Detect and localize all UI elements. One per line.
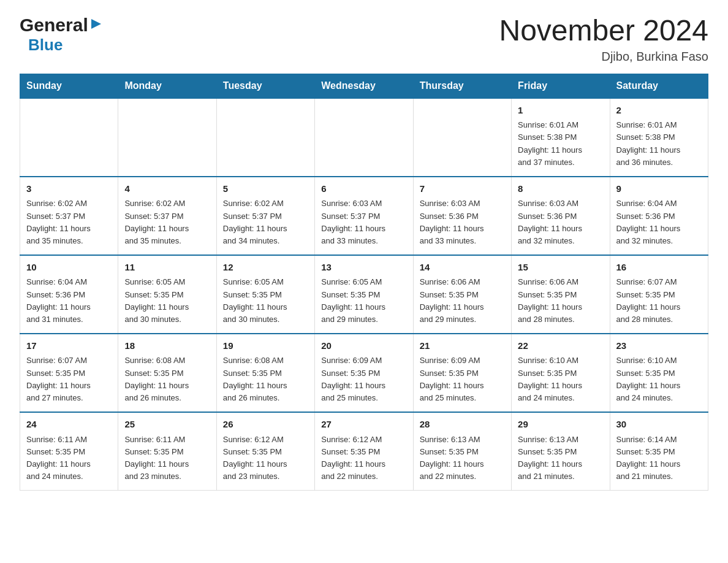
day-number: 18 xyxy=(124,339,210,353)
weekday-header-wednesday: Wednesday xyxy=(315,74,413,98)
weekday-header-friday: Friday xyxy=(512,74,610,98)
day-info: Sunrise: 6:14 AM Sunset: 5:35 PM Dayligh… xyxy=(616,434,702,483)
day-number: 11 xyxy=(124,261,210,275)
day-number: 27 xyxy=(321,418,406,432)
day-info: Sunrise: 6:07 AM Sunset: 5:35 PM Dayligh… xyxy=(26,354,112,404)
day-info: Sunrise: 6:12 AM Sunset: 5:35 PM Dayligh… xyxy=(321,434,406,483)
calendar-cell: 30Sunrise: 6:14 AM Sunset: 5:35 PM Dayli… xyxy=(610,412,708,491)
day-number: 9 xyxy=(616,182,702,196)
calendar-cell: 7Sunrise: 6:03 AM Sunset: 5:36 PM Daylig… xyxy=(413,177,511,255)
calendar-cell: 11Sunrise: 6:05 AM Sunset: 5:35 PM Dayli… xyxy=(118,255,216,334)
calendar-cell xyxy=(118,98,216,177)
calendar-cell: 13Sunrise: 6:05 AM Sunset: 5:35 PM Dayli… xyxy=(315,255,413,334)
day-info: Sunrise: 6:06 AM Sunset: 5:35 PM Dayligh… xyxy=(518,276,603,326)
day-info: Sunrise: 6:04 AM Sunset: 5:36 PM Dayligh… xyxy=(26,276,112,326)
calendar-cell: 18Sunrise: 6:08 AM Sunset: 5:35 PM Dayli… xyxy=(118,334,216,412)
title-area: November 2024 Djibo, Burkina Faso xyxy=(499,15,708,64)
day-number: 30 xyxy=(616,418,702,432)
calendar-cell: 28Sunrise: 6:13 AM Sunset: 5:35 PM Dayli… xyxy=(413,412,511,491)
day-info: Sunrise: 6:13 AM Sunset: 5:35 PM Dayligh… xyxy=(420,434,505,483)
calendar-week-row: 3Sunrise: 6:02 AM Sunset: 5:37 PM Daylig… xyxy=(20,177,708,255)
day-number: 21 xyxy=(420,339,505,353)
day-info: Sunrise: 6:09 AM Sunset: 5:35 PM Dayligh… xyxy=(420,354,505,404)
calendar-cell: 20Sunrise: 6:09 AM Sunset: 5:35 PM Dayli… xyxy=(315,334,413,412)
day-info: Sunrise: 6:03 AM Sunset: 5:36 PM Dayligh… xyxy=(420,197,505,247)
day-info: Sunrise: 6:05 AM Sunset: 5:35 PM Dayligh… xyxy=(223,276,308,326)
calendar-week-row: 10Sunrise: 6:04 AM Sunset: 5:36 PM Dayli… xyxy=(20,255,708,334)
day-info: Sunrise: 6:11 AM Sunset: 5:35 PM Dayligh… xyxy=(26,434,112,483)
calendar-cell: 23Sunrise: 6:10 AM Sunset: 5:35 PM Dayli… xyxy=(610,334,708,412)
logo-triangle-icon xyxy=(90,18,102,33)
day-info: Sunrise: 6:10 AM Sunset: 5:35 PM Dayligh… xyxy=(518,354,603,404)
day-info: Sunrise: 6:02 AM Sunset: 5:37 PM Dayligh… xyxy=(223,197,308,247)
weekday-header-saturday: Saturday xyxy=(610,74,708,98)
calendar-cell: 16Sunrise: 6:07 AM Sunset: 5:35 PM Dayli… xyxy=(610,255,708,334)
weekday-header-tuesday: Tuesday xyxy=(216,74,314,98)
calendar-cell: 19Sunrise: 6:08 AM Sunset: 5:35 PM Dayli… xyxy=(216,334,314,412)
day-number: 10 xyxy=(26,261,112,275)
day-number: 24 xyxy=(26,418,112,432)
weekday-header-row: SundayMondayTuesdayWednesdayThursdayFrid… xyxy=(20,74,708,98)
calendar-cell: 17Sunrise: 6:07 AM Sunset: 5:35 PM Dayli… xyxy=(20,334,118,412)
calendar-week-row: 24Sunrise: 6:11 AM Sunset: 5:35 PM Dayli… xyxy=(20,412,708,491)
calendar-cell: 22Sunrise: 6:10 AM Sunset: 5:35 PM Dayli… xyxy=(512,334,610,412)
weekday-header-thursday: Thursday xyxy=(413,74,511,98)
calendar-cell xyxy=(315,98,413,177)
calendar-cell: 15Sunrise: 6:06 AM Sunset: 5:35 PM Dayli… xyxy=(512,255,610,334)
day-number: 20 xyxy=(321,339,406,353)
calendar-cell: 25Sunrise: 6:11 AM Sunset: 5:35 PM Dayli… xyxy=(118,412,216,491)
calendar-cell: 26Sunrise: 6:12 AM Sunset: 5:35 PM Dayli… xyxy=(216,412,314,491)
day-info: Sunrise: 6:12 AM Sunset: 5:35 PM Dayligh… xyxy=(223,434,308,483)
day-info: Sunrise: 6:08 AM Sunset: 5:35 PM Dayligh… xyxy=(124,354,210,404)
header: General Blue November 2024 Djibo, Burkin… xyxy=(20,15,708,64)
day-number: 14 xyxy=(420,261,505,275)
day-info: Sunrise: 6:08 AM Sunset: 5:35 PM Dayligh… xyxy=(223,354,308,404)
day-info: Sunrise: 6:05 AM Sunset: 5:35 PM Dayligh… xyxy=(124,276,210,326)
svg-marker-0 xyxy=(91,19,101,29)
calendar-cell: 10Sunrise: 6:04 AM Sunset: 5:36 PM Dayli… xyxy=(20,255,118,334)
calendar-cell: 12Sunrise: 6:05 AM Sunset: 5:35 PM Dayli… xyxy=(216,255,314,334)
calendar-cell: 24Sunrise: 6:11 AM Sunset: 5:35 PM Dayli… xyxy=(20,412,118,491)
day-info: Sunrise: 6:02 AM Sunset: 5:37 PM Dayligh… xyxy=(26,197,112,247)
logo: General Blue xyxy=(20,15,102,55)
calendar-cell: 14Sunrise: 6:06 AM Sunset: 5:35 PM Dayli… xyxy=(413,255,511,334)
day-info: Sunrise: 6:10 AM Sunset: 5:35 PM Dayligh… xyxy=(616,354,702,404)
day-number: 16 xyxy=(616,261,702,275)
logo-blue-text: Blue xyxy=(28,36,63,55)
location-title: Djibo, Burkina Faso xyxy=(499,50,708,64)
day-number: 7 xyxy=(420,182,505,196)
day-info: Sunrise: 6:05 AM Sunset: 5:35 PM Dayligh… xyxy=(321,276,406,326)
calendar-cell: 27Sunrise: 6:12 AM Sunset: 5:35 PM Dayli… xyxy=(315,412,413,491)
calendar-cell: 21Sunrise: 6:09 AM Sunset: 5:35 PM Dayli… xyxy=(413,334,511,412)
day-info: Sunrise: 6:06 AM Sunset: 5:35 PM Dayligh… xyxy=(420,276,505,326)
day-number: 17 xyxy=(26,339,112,353)
calendar-cell: 3Sunrise: 6:02 AM Sunset: 5:37 PM Daylig… xyxy=(20,177,118,255)
calendar-week-row: 1Sunrise: 6:01 AM Sunset: 5:38 PM Daylig… xyxy=(20,98,708,177)
day-number: 19 xyxy=(223,339,308,353)
day-number: 4 xyxy=(124,182,210,196)
day-info: Sunrise: 6:01 AM Sunset: 5:38 PM Dayligh… xyxy=(616,119,702,169)
day-info: Sunrise: 6:07 AM Sunset: 5:35 PM Dayligh… xyxy=(616,276,702,326)
day-number: 13 xyxy=(321,261,406,275)
day-info: Sunrise: 6:09 AM Sunset: 5:35 PM Dayligh… xyxy=(321,354,406,404)
calendar-cell: 4Sunrise: 6:02 AM Sunset: 5:37 PM Daylig… xyxy=(118,177,216,255)
day-number: 28 xyxy=(420,418,505,432)
weekday-header-sunday: Sunday xyxy=(20,74,118,98)
day-info: Sunrise: 6:03 AM Sunset: 5:37 PM Dayligh… xyxy=(321,197,406,247)
calendar-cell xyxy=(216,98,314,177)
day-info: Sunrise: 6:02 AM Sunset: 5:37 PM Dayligh… xyxy=(124,197,210,247)
logo-general-text: General xyxy=(20,15,88,36)
day-number: 23 xyxy=(616,339,702,353)
calendar-cell: 5Sunrise: 6:02 AM Sunset: 5:37 PM Daylig… xyxy=(216,177,314,255)
day-number: 5 xyxy=(223,182,308,196)
calendar-cell: 29Sunrise: 6:13 AM Sunset: 5:35 PM Dayli… xyxy=(512,412,610,491)
day-number: 6 xyxy=(321,182,406,196)
calendar-cell: 2Sunrise: 6:01 AM Sunset: 5:38 PM Daylig… xyxy=(610,98,708,177)
day-info: Sunrise: 6:01 AM Sunset: 5:38 PM Dayligh… xyxy=(518,119,603,169)
calendar-cell: 6Sunrise: 6:03 AM Sunset: 5:37 PM Daylig… xyxy=(315,177,413,255)
calendar-week-row: 17Sunrise: 6:07 AM Sunset: 5:35 PM Dayli… xyxy=(20,334,708,412)
day-number: 2 xyxy=(616,104,702,118)
calendar-cell xyxy=(20,98,118,177)
day-number: 8 xyxy=(518,182,603,196)
calendar-cell: 9Sunrise: 6:04 AM Sunset: 5:36 PM Daylig… xyxy=(610,177,708,255)
